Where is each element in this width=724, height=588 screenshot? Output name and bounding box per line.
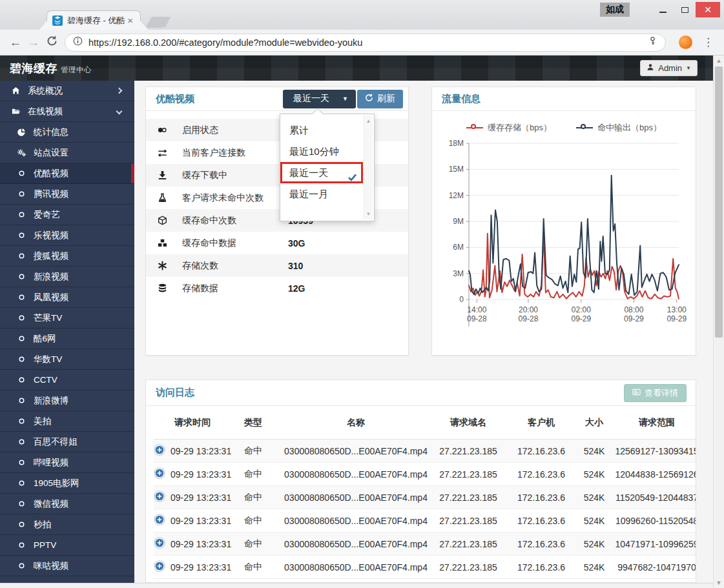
sidebar-item-system-overview[interactable]: 系统概况 xyxy=(0,81,134,101)
stat-label: 缓存命中数据 xyxy=(182,238,236,249)
browser-tab[interactable]: 碧海缓存 - 优酷视频 × xyxy=(47,10,141,30)
sidebar-item-youku[interactable]: 优酷视频 xyxy=(0,163,134,184)
reload-button[interactable] xyxy=(43,35,61,50)
cell-name: 030008080650D...E00AE70F4.mp4 xyxy=(284,516,428,526)
sidebar-item-sina-weibo[interactable]: 新浪微博 xyxy=(0,390,134,411)
sidebar-item-meipai[interactable]: 美拍 xyxy=(0,411,134,432)
traffic-chart: 03M6M9M12M15M18M14:0009-2820:0009-2802:0… xyxy=(432,136,694,333)
sidebar-item-sohu[interactable]: 搜狐视频 xyxy=(0,246,134,267)
table-row: 09-29 13:23:31命中030008080650D...E00AE70F… xyxy=(154,440,696,463)
cell-range: 11520549-12044837 xyxy=(615,492,696,503)
sidebar-item-label: 搜狐视频 xyxy=(34,250,134,262)
scrollbar-thumb[interactable] xyxy=(715,66,723,338)
sidebar-item-pptv[interactable]: PPTV xyxy=(0,535,134,556)
legend-marker-icon xyxy=(576,125,593,131)
cell-domain: 27.221.23.185 xyxy=(428,516,509,526)
expand-row-icon[interactable] xyxy=(154,467,165,481)
sidebar-item-site-settings[interactable]: 站点设置 xyxy=(0,143,134,163)
scrollbar-down-icon[interactable]: ▼ xyxy=(714,580,724,586)
dropdown-option[interactable]: 最近一月 xyxy=(280,183,363,205)
sidebar-item-wechat-video[interactable]: 微信视频 xyxy=(0,494,134,514)
cell-time: 09-29 13:23:31 xyxy=(171,492,231,503)
sidebar-item-online-video[interactable]: 在线视频 xyxy=(0,101,134,122)
sidebar-item-iqiyi[interactable]: 爱奇艺 xyxy=(0,205,134,225)
ime-badge: 如成 xyxy=(600,3,630,17)
view-detail-button[interactable]: 查看详情 xyxy=(624,384,687,402)
cell-client: 172.16.23.6 xyxy=(509,492,574,503)
table-row: 09-29 13:23:31命中030008080650D...E00AE70F… xyxy=(154,532,696,556)
window-minimize-button[interactable] xyxy=(652,2,674,17)
sidebar-item-miaopai[interactable]: 秒拍 xyxy=(0,514,134,535)
svg-text:9M: 9M xyxy=(453,217,464,226)
window-maximize-button[interactable] xyxy=(674,2,696,17)
legend-item[interactable]: 缓存存储（bps） xyxy=(466,122,552,134)
scroll-down-icon[interactable]: ▼ xyxy=(364,211,373,217)
new-tab-button[interactable] xyxy=(145,17,171,28)
stat-label: 客户请求未命中次数 xyxy=(182,192,264,204)
expand-row-icon[interactable] xyxy=(154,491,165,504)
sidebar-item-label: PPTV xyxy=(34,540,134,550)
sidebar-item-migu[interactable]: 咪咕视频 xyxy=(0,556,134,576)
sidebar-item-ifeng[interactable]: 凤凰视频 xyxy=(0,287,134,308)
forward-button[interactable]: → xyxy=(25,35,43,50)
cell-domain: 27.221.23.185 xyxy=(428,562,509,573)
tab-close-icon[interactable]: × xyxy=(125,15,135,26)
sidebar-item-ku6[interactable]: 酷6网 xyxy=(0,329,134,349)
admin-label: Admin xyxy=(658,63,682,73)
sidebar-item-movie1905[interactable]: 1905电影网 xyxy=(0,473,134,494)
cell-type: 命中 xyxy=(244,445,284,457)
svg-text:18M: 18M xyxy=(449,139,464,148)
sidebar-item-mgtv[interactable]: 芒果TV xyxy=(0,308,134,329)
sidebar-item-letv[interactable]: 乐视视频 xyxy=(0,225,134,246)
cell-domain: 27.221.23.185 xyxy=(428,446,509,456)
url-bar[interactable]: https://192.168.0.200/#category/module?m… xyxy=(65,34,666,52)
extension-icon[interactable] xyxy=(679,35,692,49)
page-scrollbar[interactable]: ▲ ▼ xyxy=(713,56,724,588)
key-icon[interactable] xyxy=(648,36,657,48)
scrollbar-up-icon[interactable]: ▲ xyxy=(714,57,724,64)
window-close-button[interactable]: ✕ xyxy=(696,2,720,17)
info-icon[interactable] xyxy=(73,36,83,48)
sidebar-item-wasu[interactable]: 华数TV xyxy=(0,349,134,370)
stat-row: 缓存命中数据30G xyxy=(146,232,408,254)
url-text[interactable]: https://192.168.0.200/#category/module?m… xyxy=(88,37,648,48)
admin-menu-button[interactable]: Admin ▼ xyxy=(640,60,698,76)
sidebar-item-label: 百思不得姐 xyxy=(34,436,134,448)
sidebar-item-label: 凤凰视频 xyxy=(34,292,134,303)
expand-row-icon[interactable] xyxy=(154,560,165,574)
sidebar-item-sina-video[interactable]: 新浪视频 xyxy=(0,267,134,287)
legend-item[interactable]: 命中输出（bps） xyxy=(576,122,661,134)
scroll-up-icon[interactable]: ▲ xyxy=(364,118,373,124)
sidebar-item-cctv[interactable]: CCTV xyxy=(0,370,134,390)
expand-row-icon[interactable] xyxy=(154,514,165,527)
stat-label: 启用状态 xyxy=(182,125,218,136)
dropdown-option[interactable]: 累计 xyxy=(280,119,363,141)
dropdown-option[interactable]: 最近10分钟 xyxy=(280,141,363,162)
sidebar-item-label: 腾讯视频 xyxy=(34,188,134,200)
browser-menu-icon[interactable]: ⋮ xyxy=(699,35,718,49)
dropdown-option[interactable]: 最近一天 xyxy=(280,162,363,183)
back-button[interactable]: ← xyxy=(6,35,25,50)
cell-size: 524K xyxy=(574,446,615,456)
home-icon xyxy=(10,86,21,95)
period-dropdown: 累计最近10分钟最近一天最近一月 ▲ ▼ xyxy=(280,114,375,221)
table-header-row: 请求时间类型名称请求域名客户机大小请求范围 xyxy=(154,406,696,440)
expand-row-icon[interactable] xyxy=(154,444,165,458)
cell-client: 172.16.23.6 xyxy=(509,539,574,549)
cell-name: 030008080650D...E00AE70F4.mp4 xyxy=(284,492,428,503)
period-select-button[interactable]: 最近一天 ▼ xyxy=(283,90,356,108)
cell-type: 命中 xyxy=(244,562,284,573)
cell-domain: 27.221.23.185 xyxy=(428,469,509,480)
sidebar-item-bilibili[interactable]: 哔哩视频 xyxy=(0,452,134,473)
sidebar-item-budejie[interactable]: 百思不得姐 xyxy=(0,432,134,452)
table-row: 09-29 13:23:31命中030008080650D...E00AE70F… xyxy=(154,556,696,579)
refresh-button[interactable]: 刷新 xyxy=(357,90,403,108)
chevron-down-icon xyxy=(116,108,123,115)
dropdown-scrollbar[interactable]: ▲ ▼ xyxy=(364,116,373,219)
brand-suffix: 管理中心 xyxy=(61,66,92,74)
sidebar-item-tencent[interactable]: 腾讯视频 xyxy=(0,184,134,205)
sidebar-item-stats-info[interactable]: 统计信息 xyxy=(0,122,134,143)
svg-text:0: 0 xyxy=(459,295,464,304)
expand-row-icon[interactable] xyxy=(154,537,165,551)
sidebar-item-label: 微信视频 xyxy=(34,498,134,510)
